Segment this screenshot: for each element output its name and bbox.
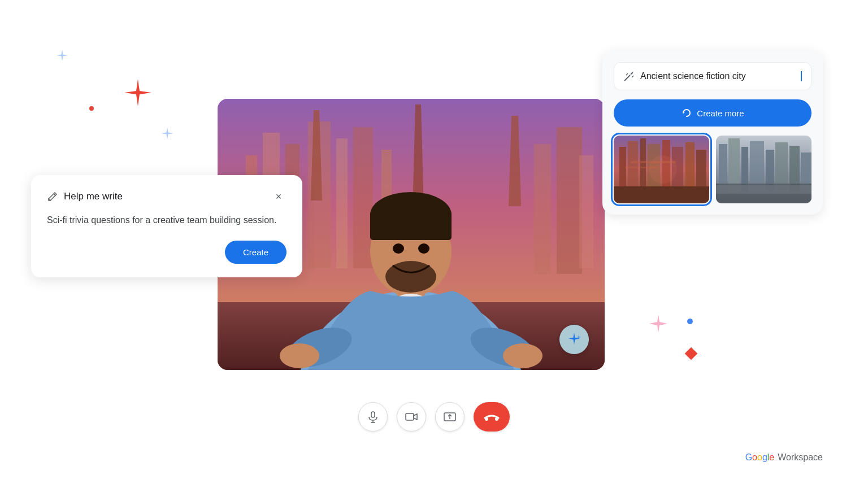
sparkle-red-large — [124, 79, 151, 106]
image-thumb-1-svg — [614, 136, 709, 203]
google-workspace-branding: Google Workspace — [745, 452, 823, 463]
sparkle-blue-small — [57, 50, 68, 61]
google-e: e — [769, 452, 774, 462]
svg-marker-3 — [649, 315, 667, 333]
svg-rect-51 — [614, 186, 709, 203]
dot-red — [89, 106, 94, 111]
camera-button[interactable] — [397, 402, 426, 432]
mic-button[interactable] — [358, 402, 388, 432]
svg-point-52 — [649, 155, 677, 184]
svg-point-72 — [495, 417, 498, 421]
refresh-icon — [681, 107, 692, 119]
diamond-red — [685, 347, 698, 360]
mic-icon — [367, 411, 379, 423]
camera-icon — [405, 411, 418, 423]
svg-line-34 — [54, 194, 55, 195]
share-screen-button[interactable] — [435, 402, 465, 432]
image-thumb-2-svg — [716, 136, 811, 203]
text-cursor — [801, 71, 802, 81]
google-o1: o — [752, 452, 757, 462]
close-panel-button[interactable]: × — [271, 189, 287, 204]
svg-point-30 — [393, 243, 404, 254]
search-input-container: Ancient science fiction city — [614, 62, 811, 90]
google-g: G — [745, 452, 752, 462]
svg-marker-36 — [630, 72, 633, 75]
call-controls — [358, 402, 510, 432]
svg-marker-0 — [57, 50, 68, 61]
svg-rect-67 — [406, 413, 414, 420]
generated-image-1[interactable] — [614, 136, 709, 203]
svg-marker-2 — [161, 127, 173, 140]
svg-rect-47 — [685, 142, 695, 186]
svg-point-29 — [503, 343, 542, 368]
workspace-label: Workspace — [778, 452, 823, 463]
phone-end-icon — [484, 411, 500, 422]
panel-body-text: Sci-fi trivia questions for a creative t… — [47, 213, 287, 227]
panel-title: Help me write — [64, 191, 123, 202]
panel-title-row: Help me write — [47, 191, 123, 202]
create-more-button[interactable]: Create more — [614, 99, 811, 127]
svg-rect-64 — [371, 412, 375, 417]
svg-marker-1 — [124, 79, 151, 106]
generated-image-2[interactable] — [716, 136, 811, 203]
sparkles-icon — [566, 332, 582, 347]
svg-line-35 — [624, 75, 630, 81]
share-icon — [444, 411, 456, 423]
bg-gen-panel: Ancient science fiction city Create more — [602, 51, 823, 215]
svg-point-28 — [280, 343, 319, 368]
svg-marker-68 — [414, 414, 417, 420]
google-logo-text: Google — [745, 452, 775, 463]
wand-icon — [623, 71, 635, 82]
svg-rect-42 — [628, 141, 638, 186]
ai-sparkle-button[interactable] — [559, 325, 589, 354]
svg-line-37 — [632, 76, 633, 77]
google-o2: o — [757, 452, 762, 462]
generated-images-grid — [614, 136, 811, 203]
sparkle-pink — [649, 315, 667, 333]
svg-marker-32 — [568, 333, 580, 345]
svg-point-31 — [418, 243, 429, 254]
bg-prompt-input[interactable]: Ancient science fiction city — [640, 71, 795, 81]
end-call-button[interactable] — [474, 402, 510, 432]
pencil-icon — [47, 191, 58, 202]
sparkle-blue-med — [161, 127, 173, 140]
google-g2: g — [762, 452, 767, 462]
svg-rect-63 — [716, 185, 811, 194]
dot-blue-small — [687, 319, 693, 324]
create-button[interactable]: Create — [225, 241, 287, 264]
svg-rect-23 — [370, 212, 452, 240]
svg-point-71 — [485, 417, 488, 421]
panel-header: Help me write × — [47, 189, 287, 204]
create-more-label: Create more — [697, 108, 744, 118]
svg-rect-48 — [696, 150, 706, 186]
help-write-panel: Help me write × Sci-fi trivia questions … — [31, 175, 302, 277]
svg-line-38 — [626, 73, 628, 75]
